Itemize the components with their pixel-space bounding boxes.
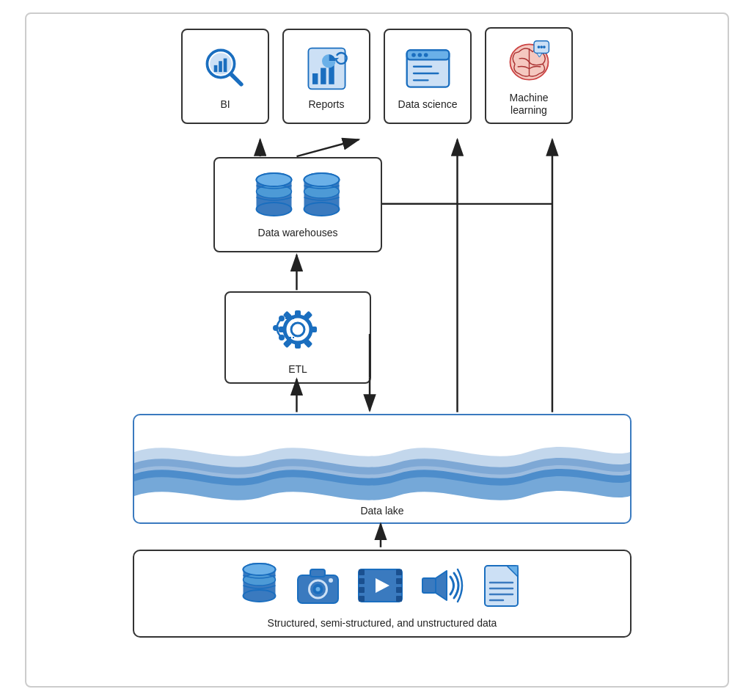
reports-icon-area (301, 43, 352, 94)
top-row: BI Reports (26, 27, 728, 124)
etl-icon (268, 300, 327, 359)
svg-rect-54 (310, 569, 325, 577)
svg-rect-60 (359, 569, 365, 575)
svg-point-27 (257, 203, 292, 216)
svg-rect-3 (219, 61, 222, 72)
svg-rect-64 (396, 569, 402, 575)
reports-icon (303, 45, 351, 92)
svg-line-5 (230, 74, 241, 84)
svg-point-32 (304, 203, 340, 216)
source-data-box: Structured, semi-structured, and unstruc… (133, 550, 632, 638)
source-audio-icon (419, 562, 466, 610)
source-document-icon (481, 562, 525, 610)
machine-learning-icon-area (503, 36, 554, 87)
svg-point-36 (291, 323, 304, 336)
bi-icon-area (200, 43, 251, 94)
data-warehouses-label: Data warehouses (258, 227, 338, 238)
bi-box: BI (181, 29, 269, 124)
svg-line-85 (296, 139, 359, 156)
reports-label: Reports (308, 98, 344, 111)
data-science-icon (404, 45, 452, 92)
waves-icon (134, 423, 630, 518)
svg-point-24 (543, 45, 546, 48)
data-science-icon-area (402, 43, 453, 94)
source-data-label: Structured, semi-structured, and unstruc… (268, 617, 497, 629)
svg-rect-40 (279, 327, 286, 332)
etl-label: ETL (288, 363, 307, 375)
db-cylinder-2-icon (301, 171, 342, 222)
source-icons-row (239, 562, 525, 610)
svg-rect-62 (359, 587, 365, 593)
svg-point-14 (417, 53, 422, 57)
source-camera-icon (294, 562, 342, 610)
source-db-icon (239, 562, 279, 610)
machine-learning-box: Machine learning (485, 27, 573, 124)
svg-rect-69 (422, 578, 436, 593)
svg-point-35 (285, 316, 311, 343)
svg-rect-37 (295, 310, 301, 318)
svg-rect-4 (223, 58, 227, 72)
machine-learning-label: Machine learning (492, 92, 566, 117)
svg-point-52 (244, 564, 276, 575)
svg-rect-65 (396, 578, 402, 584)
svg-point-13 (411, 53, 416, 57)
svg-rect-8 (321, 68, 326, 84)
bi-label: BI (220, 98, 230, 111)
bi-icon (202, 45, 249, 92)
svg-point-23 (540, 45, 543, 48)
svg-rect-67 (396, 596, 402, 602)
data-science-box: Data science (384, 29, 472, 124)
svg-rect-66 (396, 587, 402, 593)
data-lake-label: Data lake (134, 505, 630, 517)
svg-point-58 (329, 578, 333, 583)
svg-rect-2 (213, 65, 217, 72)
svg-marker-70 (436, 571, 447, 600)
svg-point-22 (537, 45, 540, 48)
data-lake-box: Data lake (133, 414, 632, 524)
svg-point-15 (423, 53, 428, 57)
source-video-icon (356, 562, 404, 610)
etl-box: ETL (224, 291, 371, 384)
data-warehouses-box: Data warehouses (213, 157, 382, 252)
db-cylinder-1-icon (254, 171, 294, 222)
diagram-container: BI Reports (25, 12, 729, 688)
machine-learning-icon (505, 38, 553, 86)
svg-point-50 (244, 590, 276, 602)
svg-rect-61 (359, 578, 365, 584)
svg-point-57 (316, 587, 321, 591)
svg-rect-39 (310, 327, 317, 332)
svg-rect-7 (312, 73, 318, 84)
data-science-label: Data science (398, 98, 458, 111)
svg-rect-63 (359, 596, 365, 602)
reports-box: Reports (282, 29, 370, 124)
svg-point-29 (257, 173, 292, 186)
svg-rect-38 (295, 341, 301, 349)
svg-point-34 (304, 173, 340, 186)
